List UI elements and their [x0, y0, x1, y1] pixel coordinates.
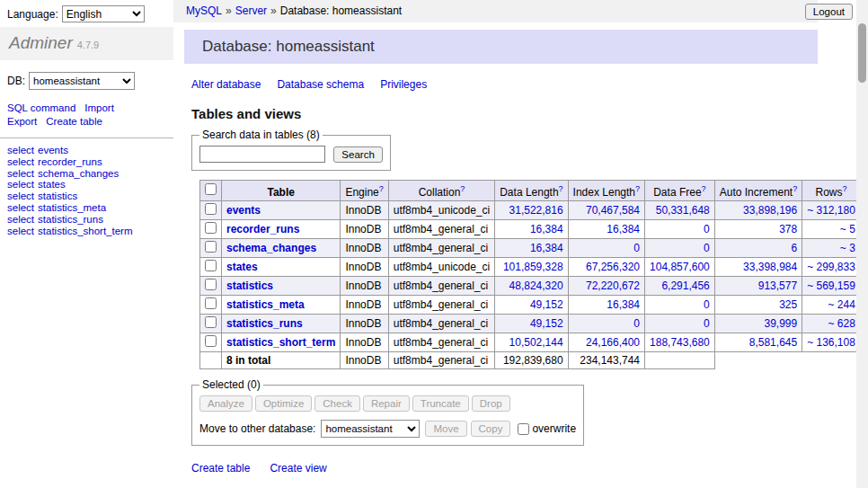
- sidebar-select-link[interactable]: select: [7, 191, 34, 201]
- scrollbar-thumb[interactable]: [858, 23, 866, 83]
- table-name-link[interactable]: schema_changes: [226, 242, 316, 254]
- sidebar-table-link[interactable]: events: [38, 145, 68, 155]
- rows-link[interactable]: ~ 5: [840, 223, 855, 235]
- index-length-link[interactable]: 70,467,584: [586, 204, 640, 217]
- selected-operation-button[interactable]: Check: [314, 395, 360, 412]
- sidebar-select-link[interactable]: select: [7, 226, 34, 236]
- sidebar-table-link[interactable]: statistics_meta: [38, 202, 106, 213]
- auto-increment-link[interactable]: 378: [779, 223, 797, 235]
- table-name-link[interactable]: states: [226, 261, 258, 273]
- rows-link[interactable]: ~ 628: [828, 317, 855, 330]
- data-free-link[interactable]: 104,857,600: [650, 261, 710, 273]
- sidebar-action-link[interactable]: Import: [84, 102, 114, 115]
- language-select[interactable]: English: [62, 5, 145, 22]
- rows-link[interactable]: ~ 299,833: [807, 261, 855, 273]
- column-help-link[interactable]: ?: [843, 184, 847, 193]
- data-length-link[interactable]: 101,859,328: [503, 261, 563, 273]
- sidebar-table-link[interactable]: statistics_runs: [38, 214, 103, 225]
- sidebar-table-link[interactable]: statistics_short_term: [38, 226, 132, 236]
- data-length-link[interactable]: 49,152: [530, 298, 563, 311]
- column-help-link[interactable]: ?: [702, 184, 706, 193]
- rows-link[interactable]: ~ 312,180: [807, 204, 855, 217]
- create-link[interactable]: Create view: [270, 462, 326, 475]
- data-free-link[interactable]: 0: [704, 242, 710, 254]
- auto-increment-link[interactable]: 913,577: [758, 279, 797, 292]
- row-checkbox[interactable]: [205, 335, 217, 347]
- move-button[interactable]: Move: [425, 421, 466, 437]
- database-action-link[interactable]: Privileges: [380, 78, 427, 91]
- sidebar-select-link[interactable]: select: [7, 168, 34, 179]
- index-length-link[interactable]: 0: [633, 242, 640, 254]
- data-free-link[interactable]: 50,331,648: [656, 204, 710, 217]
- data-free-link[interactable]: 6,291,456: [661, 279, 709, 292]
- index-length-link[interactable]: 16,384: [607, 223, 640, 235]
- sidebar-select-link[interactable]: select: [7, 202, 34, 213]
- data-length-link[interactable]: 10,502,144: [509, 336, 563, 349]
- data-free-link[interactable]: 0: [704, 317, 710, 330]
- breadcrumb-server-link[interactable]: Server: [235, 4, 267, 17]
- sidebar-select-link[interactable]: select: [7, 145, 34, 155]
- rows-link[interactable]: ~ 3: [840, 242, 855, 254]
- row-checkbox[interactable]: [205, 203, 217, 215]
- selected-operation-button[interactable]: Truncate: [412, 395, 469, 412]
- sidebar-select-link[interactable]: select: [7, 156, 34, 167]
- data-length-link[interactable]: 16,384: [530, 242, 563, 254]
- column-help-link[interactable]: ?: [379, 184, 384, 193]
- index-length-link[interactable]: 72,220,672: [586, 279, 640, 292]
- row-checkbox[interactable]: [205, 222, 217, 234]
- sidebar-select-link[interactable]: select: [7, 179, 34, 190]
- copy-button[interactable]: Copy: [471, 421, 511, 437]
- selected-operation-button[interactable]: Analyze: [199, 395, 252, 412]
- auto-increment-link[interactable]: 39,999: [764, 317, 797, 330]
- sidebar-table-link[interactable]: schema_changes: [38, 168, 119, 179]
- row-checkbox[interactable]: [205, 316, 217, 328]
- index-length-link[interactable]: 0: [633, 317, 640, 330]
- sidebar-table-link[interactable]: statistics: [38, 191, 77, 201]
- select-all-checkbox[interactable]: [205, 183, 217, 195]
- row-checkbox[interactable]: [205, 279, 217, 290]
- data-length-link[interactable]: 48,824,320: [509, 279, 563, 292]
- column-help-link[interactable]: ?: [635, 184, 640, 193]
- sidebar-action-link[interactable]: Export: [7, 115, 37, 129]
- data-length-link[interactable]: 16,384: [530, 223, 563, 235]
- column-help-link[interactable]: ?: [793, 184, 797, 193]
- selected-operation-button[interactable]: Drop: [472, 395, 510, 412]
- index-length-link[interactable]: 67,256,320: [586, 261, 640, 273]
- create-link[interactable]: Create table: [191, 462, 250, 475]
- data-length-link[interactable]: 49,152: [530, 317, 563, 330]
- sidebar-table-link[interactable]: states: [38, 179, 66, 190]
- rows-link[interactable]: ~ 569,159: [807, 279, 855, 292]
- sidebar-table-link[interactable]: recorder_runs: [38, 156, 102, 167]
- row-checkbox[interactable]: [205, 297, 217, 309]
- row-checkbox[interactable]: [205, 241, 217, 253]
- table-name-link[interactable]: statistics_runs: [226, 317, 303, 330]
- table-name-link[interactable]: recorder_runs: [226, 223, 299, 235]
- search-input[interactable]: [199, 146, 325, 163]
- selected-operation-button[interactable]: Repair: [363, 395, 410, 412]
- row-checkbox[interactable]: [205, 260, 217, 271]
- data-length-link[interactable]: 31,522,816: [509, 204, 563, 217]
- logout-button[interactable]: Logout: [805, 4, 853, 20]
- sidebar-action-link[interactable]: SQL command: [7, 102, 75, 115]
- table-name-link[interactable]: statistics_meta: [226, 298, 305, 311]
- column-help-link[interactable]: ?: [460, 184, 465, 193]
- auto-increment-link[interactable]: 325: [779, 298, 797, 311]
- selected-operation-button[interactable]: Optimize: [255, 395, 312, 412]
- rows-link[interactable]: ~ 136,108: [807, 336, 855, 349]
- sidebar-select-link[interactable]: select: [7, 214, 34, 225]
- auto-increment-link[interactable]: 33,898,196: [743, 204, 797, 217]
- search-button[interactable]: Search: [333, 146, 382, 163]
- auto-increment-link[interactable]: 6: [791, 242, 797, 254]
- table-name-link[interactable]: events: [226, 204, 261, 217]
- index-length-link[interactable]: 24,166,400: [586, 336, 640, 349]
- data-free-link[interactable]: 188,743,680: [650, 336, 710, 349]
- rows-link[interactable]: ~ 244: [828, 298, 855, 311]
- scrollbar-track[interactable]: [856, 0, 868, 488]
- table-name-link[interactable]: statistics: [226, 279, 273, 292]
- move-db-select[interactable]: homeassistant: [321, 420, 420, 438]
- table-name-link[interactable]: statistics_short_term: [226, 336, 335, 349]
- overwrite-checkbox[interactable]: [518, 423, 529, 435]
- sidebar-action-link[interactable]: Create table: [46, 115, 102, 129]
- breadcrumb-mysql-link[interactable]: MySQL: [186, 4, 222, 17]
- data-free-link[interactable]: 0: [704, 223, 710, 235]
